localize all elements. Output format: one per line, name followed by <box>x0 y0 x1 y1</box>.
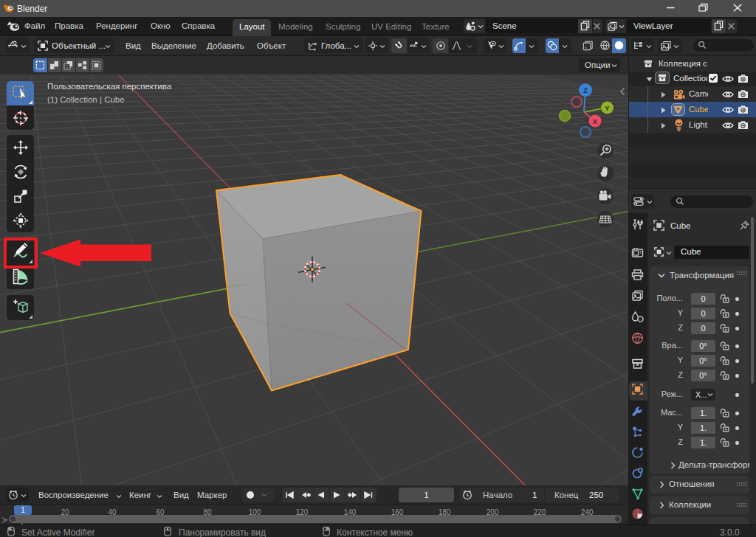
svg-text:Z: Z <box>583 86 588 94</box>
svg-text:X: X <box>593 117 598 125</box>
svg-text:Y: Y <box>605 104 610 112</box>
